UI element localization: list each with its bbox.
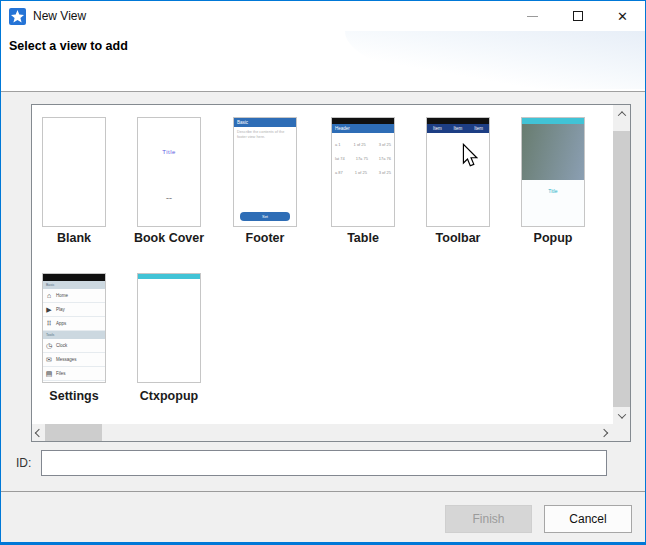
cancel-button[interactable]: Cancel [544,505,632,533]
template-toolbar-thumbnail[interactable]: Item Item Item [426,117,490,227]
bookcover-preview-title: Title [138,149,200,155]
folder-icon: ▤ [45,370,53,378]
settings-preview-row: ▶ Play [43,303,105,317]
table-cell: 3 of 25 [379,142,391,147]
home-icon: ⌂ [45,292,53,299]
maximize-button[interactable] [555,1,600,31]
chevron-left-icon [34,428,42,436]
table-cell: 3 of 25 [379,170,391,175]
window-title: New View [33,9,86,23]
apps-grid-icon: ⠿ [45,320,53,328]
template-popup-label: Popup [493,231,613,245]
id-input[interactable] [41,450,607,476]
settings-preview-section: Basic [43,281,105,289]
mouse-cursor [462,143,478,168]
settings-preview-row: ⠿ Apps [43,317,105,331]
footer-preview-header: Basic [234,118,296,127]
chevron-up-icon [617,111,625,119]
settings-preview-row: ✉ Messages [43,353,105,367]
settings-preview-section: Tools [43,331,105,339]
view-template-gallery: Blank Title ~~ Book Cover Basic Describe… [31,104,631,442]
table-cell: lat 74 [335,156,345,161]
close-button[interactable]: ✕ [600,1,645,31]
new-view-dialog: New View ✕ Select a view to add Blank Ti… [0,0,646,545]
template-blank-thumbnail[interactable] [42,117,106,227]
table-cell: 1 of 25 [354,142,366,147]
minimize-button[interactable] [510,1,555,31]
settings-preview-row: ◷ Clock [43,339,105,353]
chevron-right-icon [599,428,607,436]
maximize-icon [573,11,583,21]
template-settings-thumbnail[interactable]: Basic ⌂ Home ▶ Play ⠿ Apps Tools ◷ Clock… [42,273,106,383]
settings-row-label: Apps [56,321,66,326]
table-preview-row: a 87 1 of 25 3 of 25 [332,170,394,175]
bookcover-preview-author: ~~ [138,195,200,201]
table-cell: a 1 [335,142,341,147]
settings-preview-row: ▤ Files [43,367,105,381]
ctxpopup-preview-strip [138,274,200,279]
template-popup-thumbnail[interactable]: Title [521,117,585,227]
button-bar-separator [1,491,645,492]
template-footer-thumbnail[interactable]: Basic Describe the contents of the foote… [233,117,297,227]
template-table-thumbnail[interactable]: Header a 1 1 of 25 3 of 25 lat 74 17a 75… [331,117,395,227]
popup-preview-title: Title [522,188,584,194]
tizen-app-icon [9,8,26,25]
vertical-scrollbar-thumb[interactable] [613,131,630,407]
scroll-down-button[interactable] [613,407,630,424]
finish-button[interactable]: Finish [445,505,532,533]
table-preview-row: lat 74 17a 75 17a 76 [332,156,394,161]
settings-row-label: Messages [56,357,77,362]
table-preview-header: Header [332,124,394,133]
toolbar-preview-bar: Item Item Item [427,124,489,133]
toolbar-item: Item [433,124,442,133]
toolbar-item: Item [454,124,463,133]
table-cell: 17a 76 [379,156,391,161]
settings-preview-row: ⌂ Home [43,289,105,303]
settings-preview-statusbar [43,274,105,281]
popup-preview-image [522,124,584,180]
settings-row-label: Play [56,307,65,312]
horizontal-scrollbar[interactable] [32,424,612,441]
message-icon: ✉ [45,356,53,364]
vertical-scrollbar[interactable] [613,105,630,424]
clock-icon: ◷ [45,342,53,350]
settings-row-label: Clock [56,343,67,348]
banner-gradient-decoration [345,31,645,89]
scroll-up-button[interactable] [613,105,630,122]
table-cell: 17a 75 [356,156,368,161]
template-ctxpopup-thumbnail[interactable] [137,273,201,383]
template-bookcover-thumbnail[interactable]: Title ~~ [137,117,201,227]
chevron-down-icon [617,410,625,418]
horizontal-scrollbar-thumb[interactable] [45,424,102,441]
window-controls: ✕ [510,1,645,31]
table-preview-row: a 1 1 of 25 3 of 25 [332,142,394,147]
table-cell: 1 of 25 [355,170,367,175]
settings-row-label: Files [56,371,66,376]
id-label: ID: [16,456,31,470]
footer-preview-body: Describe the contents of the footer view… [237,130,293,141]
page-title: Select a view to add [9,39,128,53]
minimize-icon [527,16,538,17]
scrollbar-corner [612,424,630,441]
toolbar-item: Item [474,124,483,133]
scroll-right-button[interactable] [595,424,612,441]
table-cell: a 87 [335,170,343,175]
settings-row-label: Home [56,293,68,298]
close-icon: ✕ [617,10,628,23]
title-bar: New View ✕ [1,1,645,31]
footer-preview-button: Set [240,212,290,221]
template-ctxpopup-label: Ctxpopup [109,389,229,403]
play-icon: ▶ [45,306,53,314]
wizard-banner: Select a view to add [1,31,645,92]
